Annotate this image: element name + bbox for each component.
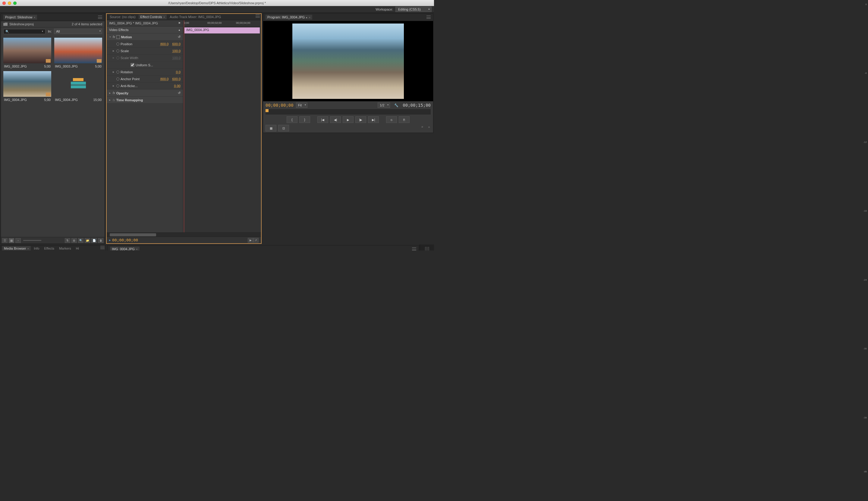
anchor-y-value[interactable]: 600.0 — [172, 77, 181, 81]
antiflicker-property[interactable]: ▶ Anti-flicke... 0.00 — [107, 83, 183, 89]
scale-property[interactable]: ▶ Scale 100.0 — [107, 47, 183, 55]
chevron-right-icon[interactable]: ▶ — [179, 21, 181, 25]
chevron-down-icon[interactable]: ▼ — [42, 30, 43, 32]
panel-menu-icon[interactable] — [100, 246, 105, 249]
position-y-value[interactable]: 600.0 — [172, 42, 181, 46]
stopwatch-icon[interactable] — [116, 84, 119, 87]
timeline-sequence-tab[interactable]: IMG_0004.JPG × — [110, 247, 140, 250]
effect-controls-tab[interactable]: Effect Controls × — [139, 14, 167, 19]
reset-icon[interactable]: ↺ — [178, 91, 181, 95]
time-remapping-effect[interactable]: ▶ fx Time Remapping — [107, 97, 183, 104]
anchor-point-property[interactable]: Anchor Point 800.0 600.0 — [107, 76, 183, 83]
bin-item[interactable]: IMG_0004.JPG5;00 — [2, 70, 52, 103]
program-tab[interactable]: Program: IMG_0004.JPG ▼ × — [266, 15, 312, 20]
panel-menu-icon[interactable] — [427, 16, 431, 19]
comparison-button[interactable]: ⊡ — [278, 125, 289, 131]
media-browser-tab[interactable]: Media Browser × — [2, 246, 31, 250]
close-icon[interactable]: × — [135, 248, 138, 250]
sort-button[interactable]: ⇅ — [65, 238, 70, 243]
position-property[interactable]: Position 800.0 600.0 — [107, 41, 183, 47]
stopwatch-icon[interactable] — [116, 71, 119, 74]
zoom-slider[interactable] — [23, 240, 41, 241]
play-button[interactable]: ▶ — [343, 116, 354, 123]
mark-out-button[interactable]: } — [299, 116, 310, 123]
horizontal-scrollbar[interactable] — [107, 232, 261, 237]
list-view-button[interactable]: ☰ — [2, 238, 8, 243]
twirl-right-icon[interactable]: ▶ — [113, 71, 115, 73]
close-icon[interactable]: × — [26, 247, 29, 250]
automate-button[interactable]: ⊞ — [72, 238, 77, 243]
twirl-right-icon[interactable]: ▶ — [109, 92, 111, 94]
button-editor-icon[interactable]: » — [421, 125, 423, 131]
opacity-effect[interactable]: ▶ fx Opacity ↺ — [107, 89, 183, 97]
collapse-icon[interactable]: ▲ — [178, 29, 181, 31]
workspace-dropdown[interactable]: Editing (CS5.5) — [395, 7, 431, 12]
zoom-window-button[interactable] — [13, 1, 17, 5]
program-viewport[interactable] — [263, 21, 433, 101]
rotation-property[interactable]: ▶ Rotation 0.0 — [107, 69, 183, 76]
project-search-input[interactable]: 🔍▼ — [3, 29, 45, 34]
bin-item[interactable]: IMG_0004.JPG15;00 — [53, 70, 103, 103]
program-playhead-timecode[interactable]: 00;00;00;00 — [266, 103, 293, 108]
audio-mixer-tab[interactable]: Audio Track Mixer: IMG_0004.JPG — [168, 14, 223, 19]
twirl-right-icon[interactable]: ▶ — [109, 99, 111, 101]
panel-menu-icon[interactable] — [98, 16, 102, 19]
stopwatch-icon[interactable] — [116, 50, 119, 52]
scale-value[interactable]: 100.0 — [172, 49, 181, 53]
uniform-checkbox[interactable] — [130, 63, 135, 67]
playhead[interactable] — [184, 20, 184, 232]
zoom-fit-dropdown[interactable]: Fit — [296, 103, 308, 108]
twirl-right-icon[interactable]: ▶ — [113, 50, 115, 52]
uniform-scale-checkbox[interactable]: Uniform S... — [107, 62, 183, 69]
go-to-out-button[interactable]: ▶| — [368, 116, 379, 123]
bin-item[interactable]: IMG_0002.JPG5;00 — [2, 36, 52, 69]
source-tab[interactable]: Source: (no clips) — [108, 14, 137, 19]
rotation-value[interactable]: 0.0 — [176, 70, 181, 74]
motion-effect[interactable]: ▼ fx Motion ↺ — [107, 33, 183, 41]
step-forward-button[interactable]: |▶ — [355, 116, 366, 123]
ec-clip-bar[interactable]: IMG_0004.JPG — [184, 28, 260, 33]
twirl-down-icon[interactable]: ▼ — [109, 36, 111, 38]
position-x-value[interactable]: 800.0 — [160, 42, 169, 46]
stopwatch-icon[interactable] — [116, 77, 119, 81]
ec-timecode[interactable]: 00;00;00;00 — [112, 238, 138, 242]
freeform-view-button[interactable]: ▫ — [15, 238, 21, 243]
filter-dropdown[interactable]: All — [54, 29, 102, 34]
project-tab[interactable]: Project: Slideshow × — [3, 15, 37, 20]
trash-button[interactable]: 🗑 — [98, 238, 103, 243]
add-button[interactable]: ＋ — [427, 125, 431, 131]
extract-button[interactable]: ⎘ — [399, 116, 410, 123]
settings-icon[interactable]: 🔧 — [394, 103, 398, 107]
export-frame-button[interactable]: ▦ — [266, 125, 276, 131]
close-icon[interactable]: × — [308, 16, 310, 19]
antiflicker-value[interactable]: 0.00 — [174, 84, 181, 88]
info-tab[interactable]: Info — [32, 246, 41, 250]
panel-menu-icon[interactable] — [412, 247, 416, 250]
bin-item[interactable]: IMG_0003.JPG5;00 — [53, 36, 103, 69]
close-icon[interactable]: × — [33, 16, 35, 19]
effects-tab[interactable]: Effects — [42, 246, 56, 250]
reset-icon[interactable]: ↺ — [178, 35, 181, 39]
stopwatch-icon[interactable] — [116, 43, 119, 45]
minimize-window-button[interactable] — [8, 1, 11, 5]
find-button[interactable]: 🔍 — [78, 238, 84, 243]
chevron-down-icon[interactable]: ▼ — [306, 17, 308, 19]
go-to-in-button[interactable]: |◀ — [317, 116, 328, 123]
new-item-button[interactable]: 📄 — [91, 238, 97, 243]
mark-in-button[interactable]: { — [287, 116, 298, 123]
resolution-dropdown[interactable]: 1/2 — [378, 103, 390, 108]
markers-tab[interactable]: Markers — [57, 246, 73, 250]
lift-button[interactable]: ⎋ — [386, 116, 397, 123]
effect-controls-timeline[interactable]: 0;00 00;00;02;00 00;00;04;00 IMG_0004.JP… — [183, 20, 261, 232]
program-scrubber[interactable] — [266, 109, 431, 115]
ec-nav-button[interactable]: ▶ — [248, 238, 253, 243]
close-window-button[interactable] — [2, 1, 6, 5]
panel-menu-icon[interactable] — [256, 14, 260, 18]
ec-nav-button[interactable]: ↗ — [253, 238, 259, 243]
icon-view-button[interactable]: ▦ — [9, 238, 14, 243]
twirl-right-icon[interactable]: ▶ — [113, 85, 115, 87]
close-icon[interactable]: × — [163, 16, 165, 19]
anchor-x-value[interactable]: 800.0 — [160, 77, 169, 81]
history-tab[interactable]: Hi — [74, 246, 81, 250]
step-back-button[interactable]: ◀| — [330, 116, 341, 123]
